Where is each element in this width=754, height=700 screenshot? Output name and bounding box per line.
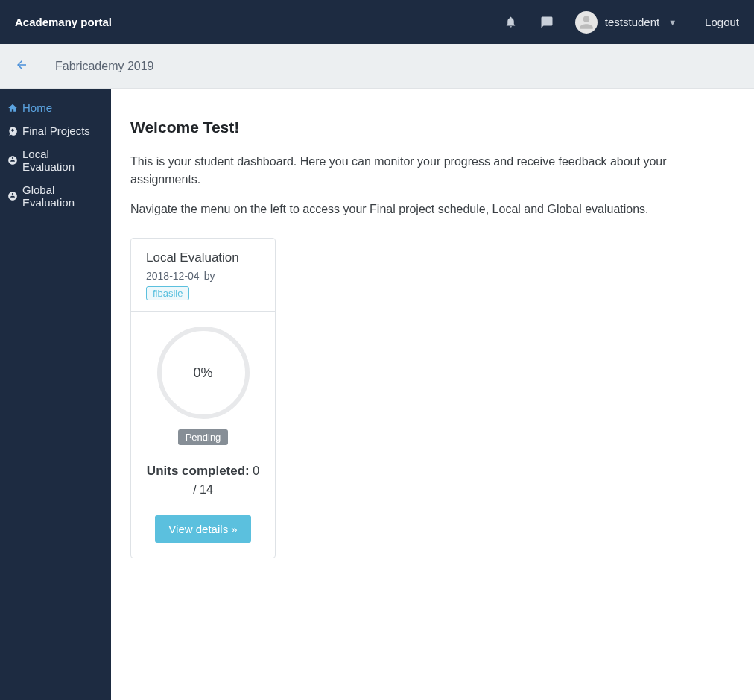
card-meta: 2018-12-04 by fibasile	[146, 270, 260, 300]
sidebar-item-home[interactable]: Home	[0, 96, 111, 119]
card-body: 0% Pending Units completed: 0 / 14 View …	[131, 312, 275, 558]
user-menu[interactable]: teststudent ▼	[575, 11, 677, 34]
top-nav-right: teststudent ▼ Logout	[504, 11, 739, 34]
username: teststudent	[605, 16, 659, 28]
card-header: Local Evaluation 2018-12-04 by fibasile	[131, 239, 275, 312]
dashboard-icon	[7, 155, 18, 165]
bell-icon[interactable]	[504, 15, 519, 30]
intro-text-2: Navigate the menu on the left to access …	[130, 201, 735, 218]
progress-percent: 0%	[193, 365, 212, 381]
main-wrapper: Home Final Projects Local Evaluation Glo…	[0, 89, 754, 700]
caret-down-icon: ▼	[668, 18, 677, 27]
card-by-label: by	[204, 270, 215, 282]
progress-circle: 0%	[157, 327, 250, 419]
welcome-title: Welcome Test!	[130, 119, 735, 136]
breadcrumb-bar: Fabricademy 2019	[0, 44, 754, 89]
sidebar-item-label: Final Projects	[22, 124, 90, 137]
rocket-icon	[7, 126, 18, 136]
sidebar-item-local-evaluation[interactable]: Local Evaluation	[0, 142, 111, 178]
units-label: Units completed:	[147, 464, 250, 478]
card-date: 2018-12-04	[146, 270, 200, 282]
sidebar-item-final-projects[interactable]: Final Projects	[0, 119, 111, 142]
intro-text-1: This is your student dashboard. Here you…	[130, 153, 735, 189]
sidebar-item-label: Global Evaluation	[22, 183, 104, 209]
sidebar-item-global-evaluation[interactable]: Global Evaluation	[0, 178, 111, 214]
chat-icon[interactable]	[539, 15, 554, 30]
units-line: Units completed: 0 / 14	[146, 461, 260, 499]
dashboard-icon	[7, 191, 18, 201]
logout-link[interactable]: Logout	[705, 16, 739, 28]
sidebar-item-label: Local Evaluation	[22, 148, 104, 173]
sidebar-item-label: Home	[22, 101, 52, 114]
content: Welcome Test! This is your student dashb…	[111, 89, 754, 700]
card-title: Local Evaluation	[146, 250, 260, 265]
top-nav: Academany portal teststudent ▼ Logout	[0, 0, 754, 44]
status-badge: Pending	[178, 429, 229, 445]
brand-title[interactable]: Academany portal	[15, 16, 112, 28]
avatar	[575, 11, 598, 34]
sidebar: Home Final Projects Local Evaluation Glo…	[0, 89, 111, 700]
view-details-button[interactable]: View details »	[155, 515, 250, 543]
author-tag[interactable]: fibasile	[146, 286, 189, 300]
breadcrumb-course[interactable]: Fabricademy 2019	[55, 60, 154, 73]
evaluation-card: Local Evaluation 2018-12-04 by fibasile …	[130, 238, 276, 558]
back-arrow-icon[interactable]	[15, 58, 28, 75]
home-icon	[7, 103, 18, 113]
